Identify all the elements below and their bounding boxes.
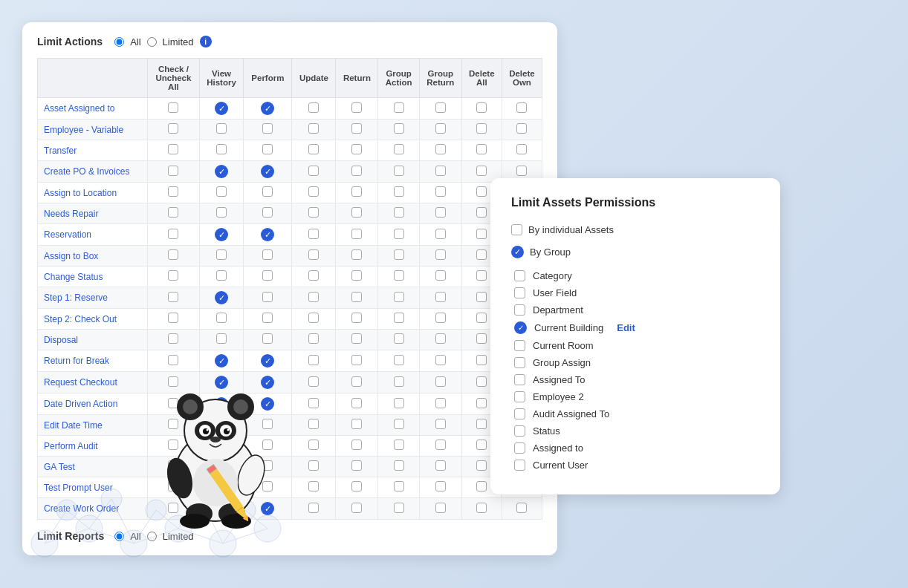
cell-r10-c4[interactable] xyxy=(336,309,378,330)
cell-r12-c4[interactable] xyxy=(336,350,378,372)
cell-r3-c6[interactable] xyxy=(419,161,461,183)
cell-r18-c3[interactable] xyxy=(292,477,336,498)
cell-r7-c4[interactable] xyxy=(336,246,378,267)
cell-r19-c6[interactable] xyxy=(419,498,461,520)
cell-r18-c5[interactable] xyxy=(378,477,419,498)
cell-r18-c6[interactable] xyxy=(419,477,461,498)
cell-r9-c5[interactable] xyxy=(378,287,419,309)
perm-unchecked-box[interactable] xyxy=(514,287,525,298)
cell-r13-c5[interactable] xyxy=(378,372,419,393)
cell-r0-c1[interactable]: ✓ xyxy=(199,98,244,120)
cell-r5-c6[interactable] xyxy=(419,203,461,224)
cell-r5-c5[interactable] xyxy=(378,203,419,224)
cell-r6-c2[interactable]: ✓ xyxy=(244,224,292,246)
cell-r3-c2[interactable]: ✓ xyxy=(244,161,292,183)
cell-r9-c2[interactable] xyxy=(244,287,292,309)
cell-r1-c0[interactable] xyxy=(148,120,199,140)
cell-r4-c0[interactable] xyxy=(148,183,199,203)
cell-r5-c4[interactable] xyxy=(336,203,378,224)
cell-r9-c1[interactable]: ✓ xyxy=(199,287,244,309)
cell-r2-c3[interactable] xyxy=(292,140,336,161)
perm-unchecked-box[interactable] xyxy=(514,304,525,316)
cell-r9-c6[interactable] xyxy=(419,287,461,309)
cell-r2-c1[interactable] xyxy=(199,140,244,161)
cell-r0-c3[interactable] xyxy=(292,98,336,120)
cell-r5-c2[interactable] xyxy=(244,203,292,224)
cell-r4-c5[interactable] xyxy=(378,183,419,203)
cell-r11-c1[interactable] xyxy=(199,330,244,350)
cell-r9-c0[interactable] xyxy=(148,287,199,309)
cell-r9-c3[interactable] xyxy=(292,287,336,309)
cell-r6-c1[interactable]: ✓ xyxy=(199,224,244,246)
perm-unchecked-box[interactable] xyxy=(514,442,525,454)
cell-r12-c3[interactable] xyxy=(292,350,336,372)
cell-r11-c6[interactable] xyxy=(419,330,461,350)
perm-unchecked-box[interactable] xyxy=(514,425,525,437)
cell-r0-c7[interactable] xyxy=(461,98,502,120)
cell-r11-c2[interactable] xyxy=(244,330,292,350)
cell-r1-c2[interactable] xyxy=(244,120,292,140)
cell-r15-c3[interactable] xyxy=(292,415,336,436)
cell-r1-c7[interactable] xyxy=(461,120,502,140)
perm-unchecked-box[interactable] xyxy=(514,340,525,351)
cell-r11-c4[interactable] xyxy=(336,330,378,350)
cell-r8-c5[interactable] xyxy=(378,267,419,287)
cell-r10-c0[interactable] xyxy=(148,309,199,330)
cell-r2-c5[interactable] xyxy=(378,140,419,161)
perm-unchecked-box[interactable] xyxy=(514,408,525,419)
cell-r3-c0[interactable] xyxy=(148,161,199,183)
cell-r10-c5[interactable] xyxy=(378,309,419,330)
cell-r17-c4[interactable] xyxy=(336,457,378,477)
cell-r11-c0[interactable] xyxy=(148,330,199,350)
cell-r13-c6[interactable] xyxy=(419,372,461,393)
cell-r5-c1[interactable] xyxy=(199,203,244,224)
cell-r17-c6[interactable] xyxy=(419,457,461,477)
cell-r6-c3[interactable] xyxy=(292,224,336,246)
perm-unchecked-box[interactable] xyxy=(514,391,525,402)
cell-r8-c4[interactable] xyxy=(336,267,378,287)
cell-r5-c0[interactable] xyxy=(148,203,199,224)
cell-r2-c8[interactable] xyxy=(502,140,542,161)
cell-r15-c6[interactable] xyxy=(419,415,461,436)
cell-r7-c1[interactable] xyxy=(199,246,244,267)
cell-r7-c0[interactable] xyxy=(148,246,199,267)
cell-r10-c1[interactable] xyxy=(199,309,244,330)
cell-r0-c2[interactable]: ✓ xyxy=(244,98,292,120)
cell-r8-c3[interactable] xyxy=(292,267,336,287)
cell-r6-c6[interactable] xyxy=(419,224,461,246)
cell-r0-c5[interactable] xyxy=(378,98,419,120)
perm-unchecked-box[interactable] xyxy=(514,357,525,368)
cell-r16-c3[interactable] xyxy=(292,436,336,457)
cell-r2-c2[interactable] xyxy=(244,140,292,161)
cell-r3-c4[interactable] xyxy=(336,161,378,183)
cell-r4-c2[interactable] xyxy=(244,183,292,203)
perm-unchecked-box[interactable] xyxy=(514,460,525,471)
cell-r15-c5[interactable] xyxy=(378,415,419,436)
cell-r17-c5[interactable] xyxy=(378,457,419,477)
edit-link[interactable]: Edit xyxy=(617,322,635,333)
cell-r6-c4[interactable] xyxy=(336,224,378,246)
cell-r10-c2[interactable] xyxy=(244,309,292,330)
cell-r9-c4[interactable] xyxy=(336,287,378,309)
cell-r2-c7[interactable] xyxy=(461,140,502,161)
cell-r8-c1[interactable] xyxy=(199,267,244,287)
cell-r8-c2[interactable] xyxy=(244,267,292,287)
cell-r0-c8[interactable] xyxy=(502,98,542,120)
cell-r8-c0[interactable] xyxy=(148,267,199,287)
cell-r6-c0[interactable] xyxy=(148,224,199,246)
cell-r16-c6[interactable] xyxy=(419,436,461,457)
limited-radio[interactable] xyxy=(147,37,157,47)
cell-r14-c6[interactable] xyxy=(419,393,461,415)
cell-r14-c4[interactable] xyxy=(336,393,378,415)
cell-r6-c5[interactable] xyxy=(378,224,419,246)
cell-r2-c4[interactable] xyxy=(336,140,378,161)
cell-r0-c0[interactable] xyxy=(148,98,199,120)
cell-r10-c3[interactable] xyxy=(292,309,336,330)
cell-r3-c3[interactable] xyxy=(292,161,336,183)
cell-r14-c5[interactable] xyxy=(378,393,419,415)
cell-r18-c4[interactable] xyxy=(336,477,378,498)
cell-r7-c2[interactable] xyxy=(244,246,292,267)
cell-r15-c4[interactable] xyxy=(336,415,378,436)
by-individual-checkbox[interactable] xyxy=(511,224,522,235)
cell-r5-c3[interactable] xyxy=(292,203,336,224)
